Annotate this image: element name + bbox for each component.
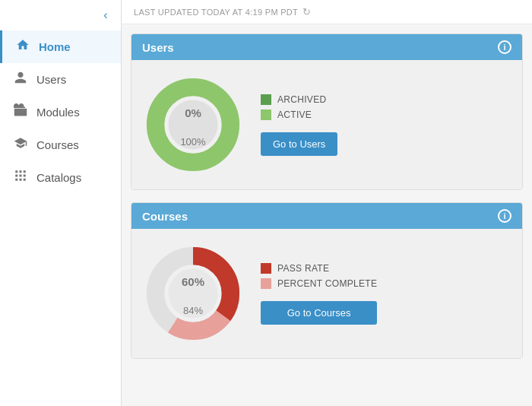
modules-icon (12, 103, 29, 121)
goto-users-button[interactable]: Go to Users (261, 132, 337, 156)
svg-point-6 (169, 269, 218, 319)
users-card-header: Users i (131, 34, 522, 60)
sidebar-label-courses: Courses (36, 138, 79, 151)
dashboard-body: Users i 0% 100% (122, 24, 532, 368)
sidebar-item-courses[interactable]: Courses (0, 128, 121, 161)
svg-rect-0 (14, 109, 27, 116)
courses-info-icon[interactable]: i (498, 209, 511, 223)
last-updated-bar: LAST UPDATED TODAY AT 4:19 PM PDT ↻ (122, 0, 532, 24)
active-color (261, 109, 271, 120)
courses-card-right: PASS RATE PERCENT COMPLETE Go to Courses (261, 263, 377, 325)
sidebar-item-users[interactable]: Users (0, 63, 121, 96)
sidebar-toggle[interactable]: ‹ (97, 6, 115, 24)
percent-complete-label: PERCENT COMPLETE (277, 278, 377, 289)
goto-courses-button[interactable]: Go to Courses (261, 301, 377, 325)
courses-legend-complete: PERCENT COMPLETE (261, 278, 377, 289)
courses-card-body: 60% 84% PASS RATE PERCENT COMPLETE (131, 229, 522, 358)
sidebar: ‹ Home Users Modules Courses (0, 0, 122, 406)
active-label: ACTIVE (277, 109, 312, 120)
percent-complete-color (261, 278, 271, 289)
sidebar-label-home: Home (39, 40, 71, 53)
courses-legend: PASS RATE PERCENT COMPLETE (261, 263, 377, 289)
courses-icon (12, 136, 29, 154)
sidebar-item-modules[interactable]: Modules (0, 96, 121, 128)
catalogs-icon (12, 169, 29, 186)
users-legend: ARCHIVED ACTIVE (261, 94, 337, 120)
sidebar-item-home[interactable]: Home (0, 30, 121, 63)
users-card: Users i 0% 100% (131, 33, 523, 190)
last-updated-text: LAST UPDATED TODAY AT 4:19 PM PDT (134, 8, 298, 17)
sidebar-item-catalogs[interactable]: Catalogs (0, 161, 121, 194)
pass-rate-label: PASS RATE (277, 263, 329, 274)
users-legend-active: ACTIVE (261, 109, 337, 120)
users-card-title: Users (142, 41, 174, 54)
pass-rate-color (261, 263, 271, 274)
users-card-right: ARCHIVED ACTIVE Go to Users (261, 94, 337, 156)
courses-card-title: Courses (142, 210, 188, 223)
users-donut-chart: 0% 100% (144, 75, 242, 174)
sidebar-label-users: Users (36, 73, 66, 86)
users-legend-archived: ARCHIVED (261, 94, 337, 105)
refresh-icon[interactable]: ↻ (302, 6, 311, 17)
sidebar-label-catalogs: Catalogs (36, 171, 81, 184)
users-icon (12, 71, 29, 88)
archived-color (261, 94, 271, 105)
courses-card-header: Courses i (131, 203, 522, 229)
courses-donut-chart: 60% 84% (144, 244, 242, 343)
sidebar-label-modules: Modules (36, 106, 80, 119)
courses-legend-pass: PASS RATE (261, 263, 377, 274)
svg-point-2 (169, 100, 218, 150)
users-card-body: 0% 100% ARCHIVED ACTIVE (131, 60, 522, 189)
home-icon (14, 38, 31, 56)
sidebar-nav: Home Users Modules Courses Catalogs (0, 30, 121, 194)
users-info-icon[interactable]: i (498, 40, 511, 54)
main-content: LAST UPDATED TODAY AT 4:19 PM PDT ↻ User… (122, 0, 532, 406)
courses-card: Courses i (131, 202, 523, 359)
archived-label: ARCHIVED (277, 94, 326, 105)
